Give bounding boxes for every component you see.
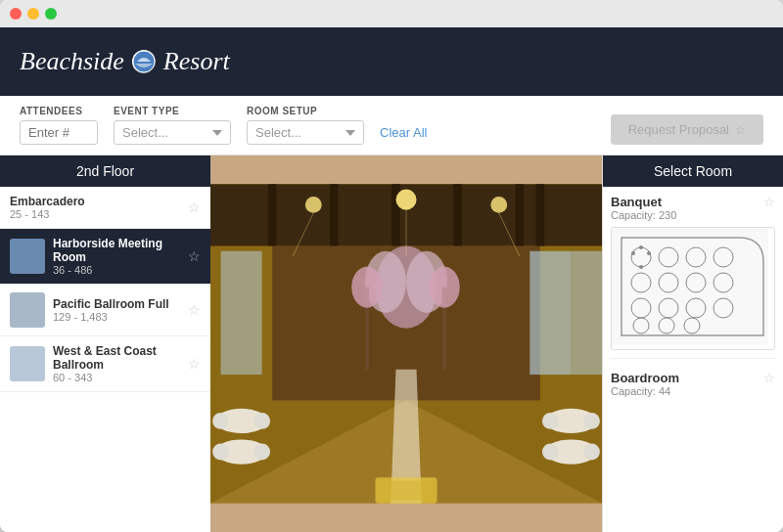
venue-image [210, 155, 602, 532]
request-proposal-label: Request Proposal [628, 122, 729, 137]
room-info: Pacific Ballroom Full 129 - 1,483 [53, 297, 180, 323]
svg-point-24 [542, 444, 559, 461]
room-name: West & East Coast Ballroom [53, 344, 180, 372]
room-setup-label: ROOM SETUP [247, 106, 364, 116]
star-icon: ☆ [735, 123, 746, 137]
room-item-embarcadero[interactable]: Embarcadero 25 - 143 ☆ [0, 187, 210, 229]
header: Beachside Resort [0, 27, 783, 96]
banquet-capacity: Capacity: 230 [611, 209, 676, 221]
filters-bar: ATTENDEES EVENT TYPE Select... ROOM SETU… [0, 96, 783, 155]
banquet-plan-svg [612, 228, 768, 345]
app-window: Beachside Resort ATTENDEES EVENT TYPE Se… [0, 0, 783, 532]
room-name: Harborside Meeting Room [53, 237, 180, 264]
banquet-card-header: Banquet Capacity: 230 ☆ [611, 195, 775, 221]
svg-point-17 [253, 413, 270, 429]
room-capacity: 129 - 1,483 [53, 311, 180, 323]
svg-point-16 [212, 413, 229, 429]
venue-image-panel [210, 155, 602, 532]
logo-text2: Resort [163, 47, 230, 76]
svg-point-23 [583, 413, 600, 429]
ballroom-illustration [210, 155, 602, 532]
svg-point-19 [253, 444, 270, 461]
svg-point-59 [631, 251, 635, 255]
maximize-button[interactable] [45, 8, 57, 20]
floor-plan-container: Banquet Capacity: 230 ☆ [603, 187, 783, 532]
close-button[interactable] [10, 8, 22, 20]
svg-point-58 [639, 245, 643, 249]
room-item-harborside[interactable]: Harborside Meeting Room 36 - 486 ☆ [0, 229, 210, 285]
room-item-pacific[interactable]: Pacific Ballroom Full 129 - 1,483 ☆ [0, 285, 210, 336]
room-list: Embarcadero 25 - 143 ☆ Harborside Meetin… [0, 187, 210, 532]
room-name: Pacific Ballroom Full [53, 297, 180, 311]
clear-all-button[interactable]: Clear All [380, 121, 427, 144]
boardroom-star-icon[interactable]: ☆ [763, 371, 775, 385]
svg-point-36 [305, 197, 322, 213]
svg-rect-12 [221, 251, 262, 375]
room-capacity: 25 - 143 [10, 208, 180, 220]
room-capacity: 36 - 486 [53, 264, 180, 276]
room-thumbnail [10, 346, 45, 381]
attendees-input[interactable] [20, 120, 98, 145]
svg-point-37 [395, 190, 416, 210]
room-thumbnail [10, 292, 45, 328]
room-name: Embarcadero [10, 195, 180, 208]
boardroom-info: Boardroom Capacity: 44 [611, 371, 679, 397]
minimize-button[interactable] [27, 8, 39, 20]
boardroom-capacity: Capacity: 44 [611, 385, 679, 397]
room-thumbnail [10, 239, 45, 274]
svg-point-32 [429, 267, 460, 308]
request-proposal-button[interactable]: Request Proposal ☆ [611, 114, 763, 145]
floor-header: 2nd Floor [0, 155, 210, 187]
banquet-name: Banquet [611, 195, 676, 209]
svg-rect-42 [612, 228, 768, 345]
attendees-group: ATTENDEES [20, 106, 98, 145]
favorite-star-icon[interactable]: ☆ [188, 302, 201, 318]
attendees-label: ATTENDEES [20, 106, 98, 116]
room-item-west-east[interactable]: West & East Coast Ballroom 60 - 343 ☆ [0, 336, 210, 392]
banquet-floor-plan [611, 227, 775, 350]
room-setup-group: ROOM SETUP Select... [247, 106, 364, 145]
event-type-select[interactable]: Select... [114, 120, 231, 145]
event-type-label: EVENT TYPE [114, 106, 231, 116]
svg-rect-11 [571, 251, 602, 375]
svg-rect-10 [530, 251, 571, 375]
logo: Beachside Resort [20, 47, 230, 76]
room-info: Harborside Meeting Room 36 - 486 [53, 237, 180, 276]
svg-point-60 [647, 251, 651, 255]
logo-ball-icon [132, 50, 156, 73]
room-capacity: 60 - 343 [53, 372, 180, 383]
logo-text1: Beachside [20, 47, 124, 76]
boardroom-card[interactable]: Boardroom Capacity: 44 ☆ [611, 367, 775, 397]
banquet-star-icon[interactable]: ☆ [763, 195, 775, 209]
boardroom-name: Boardroom [611, 371, 679, 385]
banquet-info: Banquet Capacity: 230 [611, 195, 676, 221]
favorite-star-icon[interactable]: ☆ [188, 356, 201, 372]
favorite-star-icon[interactable]: ☆ [188, 200, 201, 215]
favorite-star-icon[interactable]: ☆ [188, 248, 201, 264]
svg-rect-35 [379, 481, 435, 501]
svg-point-25 [583, 444, 600, 461]
event-type-group: EVENT TYPE Select... [114, 106, 231, 145]
svg-point-18 [212, 444, 229, 461]
svg-point-61 [639, 265, 643, 269]
left-panel: 2nd Floor Embarcadero 25 - 143 ☆ [0, 155, 210, 532]
svg-point-22 [542, 413, 559, 429]
room-info: West & East Coast Ballroom 60 - 343 [53, 344, 180, 383]
title-bar [0, 0, 783, 27]
select-room-header: Select Room [603, 155, 783, 187]
main-content: 2nd Floor Embarcadero 25 - 143 ☆ [0, 155, 783, 532]
right-panel: Select Room Banquet Capacity: 230 ☆ [602, 155, 783, 532]
room-setup-select[interactable]: Select... [247, 120, 364, 145]
svg-point-38 [490, 197, 507, 213]
room-info: Embarcadero 25 - 143 [10, 195, 180, 220]
banquet-room-card[interactable]: Banquet Capacity: 230 ☆ [611, 195, 775, 359]
svg-point-31 [351, 267, 383, 308]
